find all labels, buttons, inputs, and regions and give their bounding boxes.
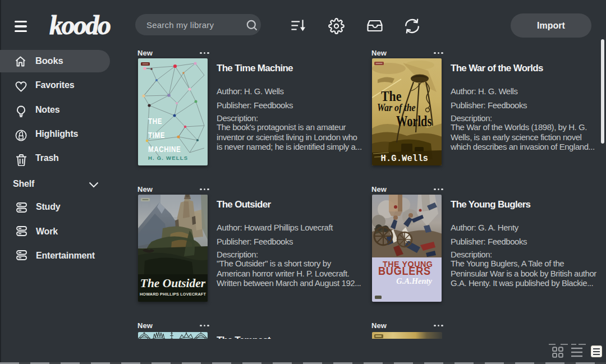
svg-text:THE: THE bbox=[148, 116, 162, 126]
svg-text:Worlds: Worlds bbox=[396, 112, 431, 130]
svg-text:H. G. WELLS: H. G. WELLS bbox=[148, 155, 188, 161]
svg-text:TIME: TIME bbox=[148, 130, 165, 140]
svg-text:War of the: War of the bbox=[377, 102, 416, 113]
svg-text:H.G.Wells: H.G.Wells bbox=[381, 153, 428, 164]
svg-text:BUGLERS: BUGLERS bbox=[378, 265, 431, 277]
svg-text:The Outsider: The Outsider bbox=[140, 277, 206, 290]
svg-text:HOWARD PHILLIPS LOVECRAFT: HOWARD PHILLIPS LOVECRAFT bbox=[140, 292, 206, 297]
svg-text:G.A.Henty: G.A.Henty bbox=[396, 277, 432, 285]
svg-text:MACHINE: MACHINE bbox=[148, 144, 181, 154]
